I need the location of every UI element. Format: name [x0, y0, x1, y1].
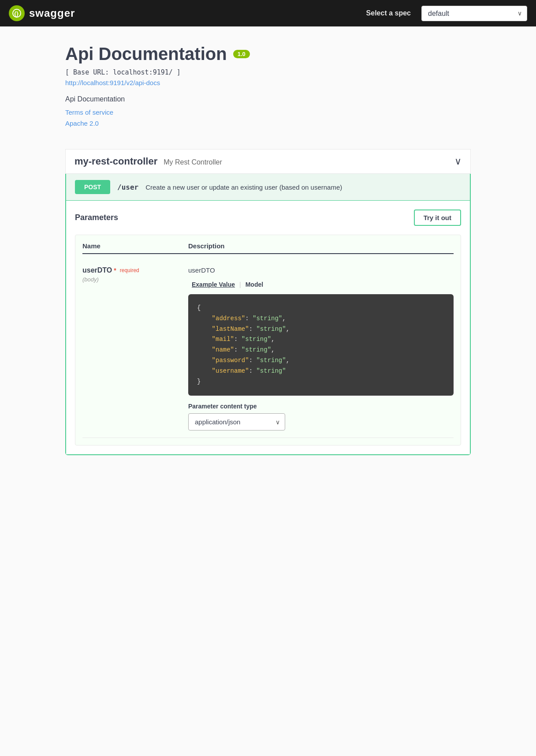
controller-name: my-rest-controller — [74, 156, 157, 167]
col-header-name: Name — [82, 242, 188, 250]
param-desc-text: userDTO — [188, 266, 454, 274]
code-block: { "address": "string", "lastName": "stri… — [188, 294, 454, 396]
swagger-logo-icon: {} — [9, 5, 25, 21]
api-info-section: Api Documentation 1.0 [ Base URL: localh… — [65, 44, 471, 127]
param-location: (body) — [82, 276, 188, 283]
controller-description: My Rest Controller — [164, 158, 222, 166]
param-row: userDTO * required (body) userDTO Exam — [82, 259, 454, 438]
param-name: userDTO — [82, 266, 112, 274]
spec-select[interactable]: default — [421, 6, 527, 21]
logo-area: {} swagger — [9, 5, 75, 21]
controller-chevron-icon: ∨ — [454, 156, 462, 167]
param-desc-col: userDTO Example Value | Model { "addres — [188, 266, 454, 430]
params-col-headers: Name Description — [82, 242, 454, 254]
endpoint-body: Parameters Try it out Name Description u… — [66, 200, 470, 454]
params-title: Parameters — [75, 213, 118, 222]
terms-of-service-link[interactable]: Terms of service — [65, 109, 471, 116]
api-docs-link[interactable]: http://localhost:9191/v2/api-docs — [65, 79, 471, 86]
version-badge: 1.0 — [233, 50, 250, 58]
param-required-text: required — [120, 267, 139, 273]
spec-select-wrapper[interactable]: default — [421, 6, 527, 21]
param-required-star: * — [114, 267, 116, 274]
swagger-logo-text: swagger — [29, 7, 75, 19]
main-content: Api Documentation 1.0 [ Base URL: localh… — [56, 26, 480, 473]
api-title-row: Api Documentation 1.0 — [65, 44, 471, 64]
col-header-description: Description — [188, 242, 454, 250]
params-table: Name Description userDTO * required (bod… — [75, 235, 461, 445]
controller-header[interactable]: my-rest-controller My Rest Controller ∨ — [65, 149, 471, 174]
endpoint-path: /user — [117, 183, 138, 191]
svg-text:{}: {} — [14, 10, 19, 17]
param-content-type: Parameter content type application/json — [188, 403, 454, 430]
example-value-tab[interactable]: Example Value — [188, 279, 238, 290]
content-type-select-wrapper[interactable]: application/json — [188, 413, 285, 430]
select-spec-label: Select a spec — [366, 9, 411, 17]
endpoint-summary: Create a new user or update an existing … — [145, 183, 342, 191]
controller-section: my-rest-controller My Rest Controller ∨ … — [65, 149, 471, 455]
param-name-row: userDTO * required — [82, 266, 188, 274]
base-url: [ Base URL: localhost:9191/ ] — [65, 68, 471, 76]
method-badge: POST — [75, 180, 110, 194]
param-name-col: userDTO * required (body) — [82, 266, 188, 430]
api-description: Api Documentation — [65, 95, 471, 103]
tab-divider: | — [239, 281, 241, 288]
license-link[interactable]: Apache 2.0 — [65, 120, 471, 127]
try-it-out-button[interactable]: Try it out — [414, 210, 461, 226]
app-header: {} swagger Select a spec default — [0, 0, 536, 26]
endpoint-container: POST /user Create a new user or update a… — [65, 174, 471, 455]
example-tabs: Example Value | Model — [188, 279, 454, 290]
endpoint-header[interactable]: POST /user Create a new user or update a… — [66, 174, 470, 200]
model-tab[interactable]: Model — [242, 279, 267, 290]
params-header: Parameters Try it out — [75, 210, 461, 226]
content-type-select[interactable]: application/json — [188, 413, 285, 430]
controller-title-group: my-rest-controller My Rest Controller — [74, 156, 222, 167]
api-title: Api Documentation — [65, 44, 227, 64]
param-content-type-label: Parameter content type — [188, 403, 454, 410]
